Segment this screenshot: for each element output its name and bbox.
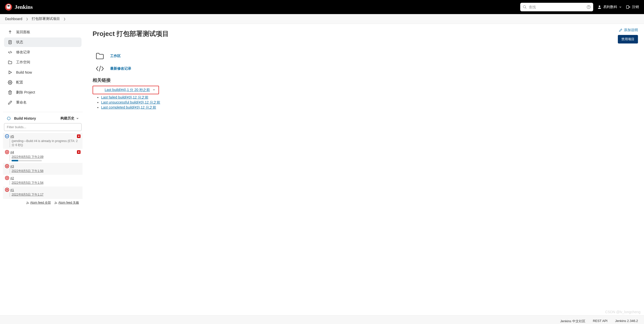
sidebar-links: 返回面板 状态 修改记录 工作空间 Build Now 配置 (3, 27, 83, 110)
top-actions: 添加说明 禁用项目 (618, 28, 638, 43)
svg-line-1 (525, 8, 526, 9)
related-link[interactable]: Last completed build(#3),12 分之前 (101, 105, 156, 109)
build-number-link[interactable]: #5 (10, 134, 14, 138)
header-left: Jenkins (5, 4, 33, 11)
related-item: Last build(#4),1 分 20 秒之前 (105, 88, 155, 92)
history-title: Build History (14, 116, 36, 120)
workspace-link[interactable]: 工作区 (110, 54, 121, 58)
gear-icon (8, 80, 13, 85)
sidebar-item-label: 返回面板 (16, 30, 30, 34)
build-time-link[interactable]: 2022年8月5日 下午2:09 (12, 155, 44, 159)
sidebar-item-configure[interactable]: 配置 (4, 78, 82, 87)
user-name-label: 易利数科 (603, 5, 617, 9)
related-item: Last unsuccessful build(#3),12 分之前 (101, 100, 637, 105)
sidebar-item-label: 状态 (16, 40, 23, 44)
related-link[interactable]: Last failed build(#3),12 分之前 (101, 95, 148, 99)
disable-project-button[interactable]: 禁用项目 (618, 35, 638, 43)
sidebar-item-rename[interactable]: 重命名 (4, 98, 82, 107)
add-description-link[interactable]: 添加说明 (619, 28, 638, 32)
logout-icon (626, 5, 630, 9)
sidebar-item-delete[interactable]: 删除 Project (4, 88, 82, 97)
breadcrumb-dashboard[interactable]: Dashboard (5, 17, 22, 21)
chevron-down-icon (619, 6, 622, 9)
atom-feed-fail[interactable]: Atom feed 失败 (54, 201, 79, 205)
build-sub: 2022年8月5日 下午1:58 (10, 169, 80, 173)
svg-rect-5 (626, 6, 629, 9)
chevron-right-icon: ❯ (26, 17, 28, 21)
svg-point-19 (55, 203, 55, 204)
svg-line-20 (99, 66, 101, 71)
sidebar-item-workspace[interactable]: 工作空间 (4, 58, 82, 67)
help-icon[interactable] (587, 5, 591, 9)
sidebar-item-status[interactable]: 状态 (4, 37, 82, 47)
build-time-link[interactable]: 2022年8月5日 下午1:17 (12, 193, 44, 196)
build-row: #22022年8月5日 下午1:54 (3, 175, 83, 187)
footer-rest-api-link[interactable]: REST API (593, 319, 608, 323)
search-input[interactable] (529, 5, 587, 9)
user-icon (597, 5, 602, 9)
changes-link[interactable]: 最新修改记录 (110, 66, 131, 71)
document-icon (8, 40, 13, 44)
svg-point-13 (10, 82, 11, 83)
chevron-down-icon[interactable] (152, 88, 155, 92)
sidebar-item-changes[interactable]: 修改记录 (4, 48, 82, 57)
sidebar-item-back[interactable]: 返回面板 (4, 27, 82, 37)
build-sub: 2022年8月5日 下午2:09 (10, 155, 80, 161)
feed-row: Atom feed 全部 Atom feed 失败 (3, 198, 83, 207)
sidebar-item-build-now[interactable]: Build Now (4, 68, 82, 77)
related-item: Last completed build(#3),12 分之前 (101, 105, 637, 110)
jenkins-logo-icon[interactable] (5, 4, 12, 11)
build-number-link[interactable]: #1 (10, 188, 14, 192)
cancel-build-button[interactable] (77, 150, 80, 154)
fail-icon (5, 164, 9, 168)
pencil-icon (619, 28, 622, 32)
build-row: #12022年8月5日 下午1:17 (3, 187, 83, 198)
build-number-link[interactable]: #2 (10, 176, 14, 180)
cancel-build-button[interactable] (77, 134, 80, 138)
rss-icon (26, 201, 29, 204)
build-row-top: #3 (5, 164, 80, 168)
atom-feed-all[interactable]: Atom feed 全部 (26, 201, 51, 205)
play-icon (8, 70, 13, 75)
history-toggle[interactable]: 构建历史 (60, 116, 79, 121)
svg-point-0 (523, 6, 526, 8)
build-row-top: #2 (5, 176, 80, 180)
workspace-link-row[interactable]: 工作区 (95, 52, 637, 60)
filter-builds-input[interactable] (4, 123, 82, 131)
build-row-top: #4 (5, 150, 80, 154)
page-title: Project 打包部署测试项目 (93, 29, 637, 38)
search-box[interactable] (520, 3, 593, 11)
feed-all-label: Atom feed 全部 (30, 201, 51, 205)
build-time-link[interactable]: 2022年8月5日 下午1:54 (12, 181, 44, 184)
trash-icon (8, 90, 13, 95)
top-header: Jenkins 易利数科 注销 (0, 0, 644, 14)
user-menu[interactable]: 易利数科 (597, 5, 622, 9)
build-history-section: Build History 构建历史 #5(pending—Build #4 i… (3, 112, 83, 207)
code-icon (95, 65, 105, 73)
chevron-right-icon: ❯ (63, 17, 66, 21)
build-row: #32022年8月5日 下午1:58 (3, 163, 83, 175)
chevron-down-icon (76, 117, 79, 120)
sidebar-item-label: Build Now (16, 70, 32, 74)
logout-button[interactable]: 注销 (626, 5, 639, 9)
changes-link-row[interactable]: 最新修改记录 (95, 65, 637, 73)
build-time-link[interactable]: 2022年8月5日 下午1:58 (12, 169, 44, 173)
pencil-icon (8, 100, 13, 105)
build-number-link[interactable]: #4 (10, 150, 14, 154)
related-link[interactable]: Last unsuccessful build(#3),12 分之前 (101, 100, 160, 104)
svg-point-18 (27, 203, 27, 204)
fail-icon (5, 188, 9, 192)
pending-icon (5, 134, 9, 138)
brand-label[interactable]: Jenkins (15, 4, 33, 10)
breadcrumb-project[interactable]: 打包部署测试项目 (32, 17, 60, 21)
related-link[interactable]: Last build(#4),1 分 20 秒之前 (105, 88, 150, 92)
build-sub: 2022年8月5日 下午1:54 (10, 180, 80, 185)
build-pending-text: (pending—Build #4 is already in progress… (12, 139, 78, 147)
sidebar-item-label: 工作空间 (16, 60, 30, 65)
build-number-link[interactable]: #3 (10, 164, 14, 168)
sidebar: 返回面板 状态 修改记录 工作空间 Build Now 配置 (0, 24, 86, 315)
footer-community-link[interactable]: Jenkins 中文社区 (560, 319, 585, 323)
related-ul: Last completed build(#3),12 分之前 (93, 105, 637, 110)
footer-version-label[interactable]: Jenkins 2.346.2 (615, 319, 638, 323)
arrow-up-icon (8, 30, 13, 34)
